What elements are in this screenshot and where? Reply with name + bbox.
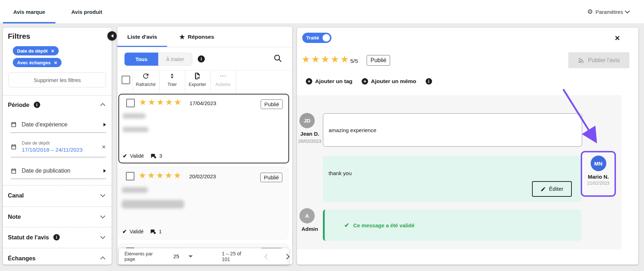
close-icon[interactable] [54, 60, 57, 65]
pagination-range: 1 – 25 of 101 [222, 251, 251, 262]
close-panel-button[interactable] [614, 34, 620, 42]
filter-a-traiter-button[interactable]: À traiter [158, 53, 192, 66]
reply-message-bubble: thank you Éditer [323, 156, 581, 202]
publish-review-label: Publier l'avis [588, 57, 619, 64]
actions-button[interactable]: Actions [211, 72, 235, 87]
filter-chip-date-depot[interactable]: Date de dépôt [13, 46, 59, 55]
check-icon: ✔ [122, 228, 127, 235]
tab-liste-avis-label: Liste d'avis [127, 34, 157, 40]
review-card[interactable]: ★★★★★ 20/02/2023 Publié ✔ Validé 1 [118, 167, 288, 239]
next-page-icon[interactable] [284, 254, 289, 259]
filters-title: Filtres [8, 32, 30, 40]
add-tag-button[interactable]: Ajouter un tag [306, 78, 352, 85]
export-button[interactable]: Exporter [185, 72, 210, 87]
check-icon: ✔ [123, 153, 127, 159]
tab-reponses[interactable]: ★ Réponses [170, 27, 223, 47]
date-range-value[interactable]: 17/10/2018 – 24/11/2023 [22, 147, 83, 153]
filter-tous-button[interactable]: Tous [124, 53, 158, 66]
rss-icon [578, 57, 584, 64]
publish-review-button[interactable]: Publier l'avis [568, 52, 629, 68]
items-per-page-label: Éléments par page [124, 251, 164, 262]
edit-reply-button[interactable]: Éditer [532, 181, 572, 197]
info-icon[interactable] [198, 55, 205, 63]
tab-avis-marque-label: Avis marque [13, 9, 45, 15]
close-icon[interactable] [51, 48, 54, 54]
divider [133, 71, 133, 93]
star-icon: ★ [165, 170, 174, 180]
plus-icon [306, 78, 312, 85]
sort-button[interactable]: Trier [160, 72, 185, 87]
row-date-depot[interactable]: Date de dépôt 17/10/2018 – 24/11/2023 [11, 137, 106, 157]
section-note[interactable]: Note [8, 211, 106, 223]
tab-liste-avis[interactable]: Liste d'avis [117, 27, 167, 47]
divider [3, 206, 112, 207]
review-checkbox[interactable] [126, 172, 134, 180]
tab-avis-marque[interactable]: Avis marque [3, 0, 55, 23]
plus-icon [362, 78, 368, 85]
caret-down-icon[interactable] [188, 255, 193, 258]
add-memo-button[interactable]: Ajouter un mémo [362, 78, 416, 85]
info-icon[interactable] [53, 234, 60, 240]
section-echanges-label: Échanges [8, 255, 36, 262]
chevron-right-icon [103, 123, 106, 126]
add-memo-label: Ajouter un mémo [371, 78, 416, 85]
agent-name: Mario N. [582, 174, 614, 180]
review-checkbox[interactable] [126, 99, 135, 107]
review-text: amazing experience [329, 127, 376, 133]
settings-menu[interactable]: ⚙ Paramètres [587, 0, 629, 23]
previous-page-icon[interactable] [265, 254, 270, 259]
star-icon: ★ [311, 54, 321, 65]
comment-icon [150, 153, 156, 159]
divider [3, 227, 112, 227]
collapse-filters-button[interactable] [107, 31, 117, 40]
section-periode[interactable]: Période [8, 99, 106, 111]
comment-count: 3 [159, 153, 162, 159]
filters-panel: Filtres Date de dépôt Avec échanges Supp… [3, 28, 112, 265]
validation-text: Ce message a été validé [353, 222, 415, 228]
search-icon[interactable] [273, 54, 283, 63]
star-icon: ★ [156, 97, 165, 107]
review-filter-toggle: Tous À traiter [124, 53, 192, 66]
section-canal[interactable]: Canal [8, 189, 106, 201]
chevron-up-icon [100, 103, 105, 108]
items-per-page-value[interactable]: 25 [174, 254, 179, 259]
chevron-right-icon [103, 169, 106, 173]
star-icon: ★ [165, 97, 174, 107]
calendar-icon [11, 121, 17, 128]
star-icon: ★ [156, 170, 165, 180]
info-icon[interactable] [34, 102, 40, 108]
clear-filters-button[interactable]: Supprimer les filtres [9, 72, 106, 87]
check-icon: ✔ [344, 222, 349, 229]
admin-name: Admin [297, 226, 323, 232]
row-date-publication[interactable]: Date de publication [11, 163, 106, 179]
pagination-bar: Éléments par page 25 1 – 25 of 101 [119, 248, 289, 265]
section-statut-avis[interactable]: Statut de l'avis [8, 231, 106, 243]
review-date: 17/04/2023 [190, 100, 216, 106]
calendar-icon [11, 168, 17, 174]
reply-author-highlight: MN Mario N. 21/02/2023 [581, 151, 616, 197]
treated-toggle[interactable]: Traité [302, 33, 331, 43]
star-icon: ★ [148, 97, 157, 107]
info-icon[interactable] [426, 78, 432, 85]
export-label: Exporter [188, 82, 206, 87]
review-detail-panel: Traité ★★★★★ 5/5 Publié Publier l'avis A… [297, 28, 638, 265]
star-icon: ★ [179, 33, 185, 41]
edit-reply-label: Éditer [549, 186, 564, 192]
validation-message-bubble: ✔ Ce message a été validé [323, 210, 581, 241]
calendar-icon [11, 144, 17, 150]
row-label: Date de publication [22, 168, 70, 174]
close-icon[interactable] [101, 144, 106, 150]
filter-chip-avec-echanges[interactable]: Avec échanges [13, 58, 62, 67]
row-date-experience[interactable]: Date d'expérience [11, 116, 106, 133]
select-all-checkbox[interactable] [122, 76, 130, 84]
chip-label: Date de dépôt [17, 48, 48, 54]
refresh-button[interactable]: Rafraîchir [133, 72, 158, 87]
divider [3, 95, 112, 96]
section-echanges[interactable]: Échanges [8, 252, 106, 264]
review-message-bubble: amazing experience [323, 113, 582, 147]
ellipsis-icon [219, 72, 227, 80]
review-card-selected[interactable]: ★★★★★ 17/04/2023 Publié ✔ Validé 3 [118, 94, 289, 163]
star-icon: ★ [139, 97, 148, 107]
chip-label: Avec échanges [17, 60, 50, 65]
tab-avis-produit[interactable]: Avis produit [60, 0, 114, 23]
